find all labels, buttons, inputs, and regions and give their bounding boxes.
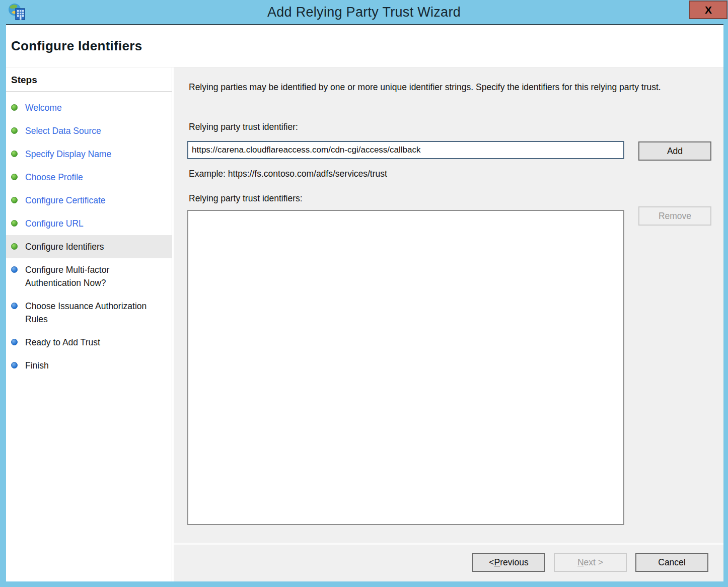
previous-label-mnemonic: P bbox=[494, 557, 500, 568]
window-border-right bbox=[723, 24, 728, 587]
sidebar-item-choose-profile[interactable]: Choose Profile bbox=[6, 166, 172, 189]
step-status-icon bbox=[11, 197, 18, 203]
sidebar-item-specify-display-name[interactable]: Specify Display Name bbox=[6, 142, 172, 166]
sidebar-item-ready-to-add-trust: Ready to Add Trust bbox=[6, 331, 172, 354]
step-status-icon bbox=[11, 339, 18, 345]
steps-heading: Steps bbox=[6, 67, 172, 92]
step-status-icon bbox=[11, 151, 18, 157]
sidebar-item-label: Configure URL bbox=[25, 217, 84, 230]
sidebar-item-configure-url[interactable]: Configure URL bbox=[6, 212, 172, 235]
sidebar-item-label: Ready to Add Trust bbox=[25, 336, 100, 349]
sidebar-item-welcome[interactable]: Welcome bbox=[6, 96, 172, 119]
adfs-wizard-icon bbox=[7, 3, 27, 23]
steps-sidebar: Steps Welcome Select Data Source Specify… bbox=[6, 67, 172, 581]
step-status-icon bbox=[11, 303, 18, 309]
add-button[interactable]: Add bbox=[638, 141, 711, 161]
remove-button[interactable]: Remove bbox=[638, 206, 711, 226]
sidebar-item-label: Configure Certificate bbox=[25, 194, 106, 207]
sidebar-item-label: Specify Display Name bbox=[25, 148, 111, 161]
step-status-icon bbox=[11, 104, 18, 111]
titlebar: Add Relying Party Trust Wizard X bbox=[0, 0, 728, 25]
identifiers-listbox[interactable] bbox=[187, 210, 624, 525]
example-text: Example: https://fs.contoso.com/adfs/ser… bbox=[189, 169, 387, 179]
content-panel: Relying parties may be identified by one… bbox=[174, 67, 723, 581]
identifiers-list-label: Relying party trust identifiers: bbox=[189, 193, 303, 204]
step-status-icon bbox=[11, 243, 18, 250]
footer-bar: < Previous Next > Cancel bbox=[174, 543, 723, 581]
page-title: Configure Identifiers bbox=[6, 38, 142, 54]
sidebar-item-choose-issuance-authorization-rules: Choose Issuance Authorization Rules bbox=[6, 295, 172, 331]
sidebar-item-label: Finish bbox=[25, 359, 49, 372]
sidebar-item-configure-identifiers: Configure Identifiers bbox=[6, 235, 172, 258]
step-status-icon bbox=[11, 362, 18, 369]
sidebar-item-label: Welcome bbox=[25, 101, 62, 114]
sidebar-item-label: Select Data Source bbox=[25, 124, 101, 137]
sidebar-item-label: Configure Identifiers bbox=[25, 240, 104, 253]
next-button[interactable]: Next > bbox=[554, 553, 627, 572]
next-label-mnemonic: N bbox=[577, 557, 584, 568]
step-status-icon bbox=[11, 266, 18, 273]
sidebar-item-label: Choose Profile bbox=[25, 171, 83, 184]
window-title: Add Relying Party Trust Wizard bbox=[267, 5, 461, 20]
previous-label-rest: revious bbox=[500, 557, 528, 568]
previous-label-prefix: < bbox=[489, 557, 494, 568]
previous-button[interactable]: < Previous bbox=[472, 553, 545, 572]
sidebar-item-configure-certificate[interactable]: Configure Certificate bbox=[6, 189, 172, 212]
step-status-icon bbox=[11, 220, 18, 227]
step-status-icon bbox=[11, 174, 18, 180]
sidebar-item-finish: Finish bbox=[6, 354, 172, 377]
steps-list: Welcome Select Data Source Specify Displ… bbox=[6, 92, 172, 377]
sidebar-item-configure-multi-factor-authentication-now: Configure Multi-factor Authentication No… bbox=[6, 258, 172, 295]
step-status-icon bbox=[11, 127, 18, 134]
identifier-field-label: Relying party trust identifier: bbox=[189, 122, 298, 132]
page-header: Configure Identifiers bbox=[6, 25, 723, 67]
window-border-left bbox=[0, 24, 6, 587]
relying-party-identifier-input[interactable] bbox=[187, 141, 624, 159]
sidebar-item-select-data-source[interactable]: Select Data Source bbox=[6, 119, 172, 142]
sidebar-item-label: Choose Issuance Authorization Rules bbox=[25, 300, 164, 326]
close-button[interactable]: X bbox=[689, 1, 727, 19]
wizard-window: Add Relying Party Trust Wizard X Configu… bbox=[0, 0, 728, 587]
description-text: Relying parties may be identified by one… bbox=[189, 81, 707, 94]
next-label-rest: ext > bbox=[584, 557, 603, 568]
cancel-button[interactable]: Cancel bbox=[635, 553, 708, 572]
sidebar-item-label: Configure Multi-factor Authentication No… bbox=[25, 263, 164, 289]
window-border-bottom bbox=[0, 581, 728, 587]
